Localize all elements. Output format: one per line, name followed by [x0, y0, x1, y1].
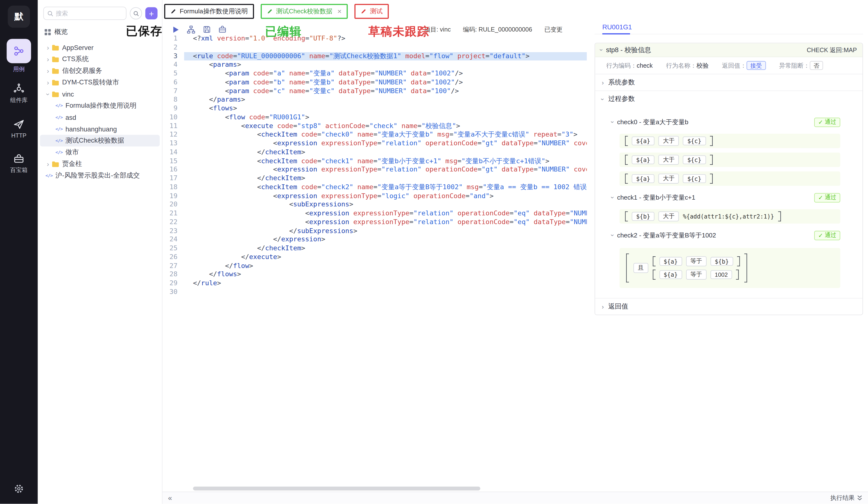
tree-file-asd[interactable]: </>asd: [40, 112, 160, 123]
code-line: <flow code="RU001G1">: [193, 113, 587, 122]
tree-folder-DYM-CTS股转做市[interactable]: ›DYM-CTS股转做市: [40, 76, 160, 88]
tree-folder-AppServer[interactable]: ›AppServer: [40, 42, 160, 53]
app-logo: 默: [8, 6, 30, 28]
code-line: <execute code="stp8" actionCode="check" …: [193, 122, 587, 131]
folder-icon: [52, 91, 61, 97]
expr-chip: 且: [633, 263, 648, 273]
tab-label: Formula操作数使用说明: [180, 7, 248, 16]
code-line: <subExpressions>: [193, 200, 587, 209]
tree-folder-信创交易服务[interactable]: ›信创交易服务: [40, 65, 160, 76]
check-header-check2[interactable]: ›check2 - 变量a等于变量B等于1002✓通过: [612, 228, 840, 242]
field-value: check: [637, 62, 653, 69]
tree-file-沪-风险警示股卖出-全部成交[interactable]: </>沪-风险警示股卖出-全部成交: [40, 170, 160, 182]
field-label: 行为名称：: [666, 62, 696, 69]
rail-item-components[interactable]: 组件库: [10, 83, 28, 104]
collapse-panel-button[interactable]: «: [168, 494, 172, 502]
tab-flow-result[interactable]: RU001G1: [595, 20, 863, 34]
line-number: 11: [163, 122, 180, 131]
rail-item-http[interactable]: HTTP: [11, 119, 27, 139]
bracket-left: [625, 212, 628, 222]
line-number: 19: [163, 192, 180, 200]
chevron-down-icon: ›: [610, 196, 616, 198]
line-number: 26: [163, 253, 180, 262]
check-icon: ✓: [818, 232, 823, 238]
step-header[interactable]: › stp8 - 校验信息 CHECK 返回:MAP: [595, 43, 862, 57]
section-过程参数[interactable]: ›过程参数: [595, 91, 862, 107]
line-number: 7: [163, 87, 180, 95]
tree-item-label: DYM-CTS股转做市: [62, 78, 119, 87]
expr-chip: ${a}: [659, 270, 682, 279]
http-icon: [13, 119, 24, 130]
section-返回值[interactable]: ›返回值: [595, 298, 862, 315]
tree-folder-CTS系统[interactable]: ›CTS系统: [40, 53, 160, 65]
deploy-button[interactable]: [218, 25, 226, 33]
code-file-icon: </>: [54, 115, 64, 120]
inspector-sections: ›系统参数›过程参数›check0 - 变量a大于变量b✓通过${a}大于${c…: [595, 74, 862, 315]
tree-item-label: 贾金柱: [62, 160, 82, 169]
folder-icon: [52, 56, 61, 62]
execution-result-toggle[interactable]: 执行结果: [830, 494, 862, 502]
search-input[interactable]: [56, 10, 123, 17]
run-button[interactable]: [172, 26, 179, 33]
step-card: › stp8 - 校验信息 CHECK 返回:MAP 行为编码：check行为名…: [595, 43, 863, 315]
line-number: 5: [163, 69, 180, 78]
tree-file-做市[interactable]: </>做市: [40, 146, 160, 158]
logic-rows: ${a}等于${b}${a}等于1002: [652, 256, 740, 280]
usecase-icon: [7, 39, 31, 63]
tab-Formula操作数使用说明[interactable]: Formula操作数使用说明: [164, 4, 254, 19]
file-explorer: + 概览 ›AppServer›CTS系统›信创交易服务›DYM-CTS股转做市…: [38, 0, 163, 504]
meta-item: 已变更: [544, 25, 562, 33]
line-number: 25: [163, 244, 180, 253]
search-toggle-button[interactable]: [130, 7, 142, 19]
code-file-icon: </>: [54, 150, 64, 155]
step-field: 行为名称：校验: [666, 61, 709, 70]
line-number: 20: [163, 200, 180, 209]
step-info-row: 行为编码：check行为名称：校验返回值：接受异常阻断：否: [595, 57, 862, 74]
expr-chip: ${a}: [632, 136, 654, 145]
tree-folder-贾金柱[interactable]: ›贾金柱: [40, 158, 160, 170]
bottom-statusbar: « 执行结果: [163, 492, 868, 504]
chevron-icon: ›: [599, 98, 606, 100]
edit-pen-icon: [267, 8, 273, 14]
check-title: check2 - 变量a等于变量B等于1002: [617, 231, 716, 239]
line-number: 24: [163, 235, 180, 244]
section-系统参数[interactable]: ›系统参数: [595, 74, 862, 91]
folder-icon: [52, 161, 61, 167]
tree-folder-vinc[interactable]: ›vinc: [40, 88, 160, 100]
bracket-left: [652, 270, 655, 280]
overview-label: 概览: [54, 27, 68, 37]
bracket-right: [737, 256, 740, 266]
inspector-panel: RU001G1 › stp8 - 校验信息 CHECK 返回:MAP 行为编码：…: [595, 20, 863, 315]
tree-file-测试Check校验数据[interactable]: </>测试Check校验数据: [40, 135, 160, 146]
step-title: stp8 - 校验信息: [606, 45, 651, 54]
section-label: 系统参数: [608, 78, 635, 87]
checks-list: ›check0 - 变量a大于变量b✓通过${a}大于${c}${a}大于${c…: [595, 107, 862, 298]
expr-chip: ${c}: [683, 174, 706, 183]
check-icon: ✓: [818, 119, 823, 125]
tab-测试[interactable]: 测试: [354, 4, 389, 19]
add-button[interactable]: +: [145, 7, 157, 19]
rail-item-toolbox[interactable]: 百宝箱: [10, 153, 28, 174]
step-field: 行为编码：check: [606, 61, 653, 70]
code-line: </checkItem>: [193, 244, 587, 253]
editor-tabs: Formula操作数使用说明测试Check校验数据×测试: [163, 0, 868, 19]
line-number: 22: [163, 218, 180, 227]
code-line: <params>: [193, 61, 587, 69]
rail-item-usecase[interactable]: 用例: [7, 39, 31, 73]
chevron-down-icon: ›: [610, 234, 616, 236]
tree-file-Formula操作数使用说明[interactable]: </>Formula操作数使用说明: [40, 100, 160, 112]
settings-gear-icon[interactable]: [14, 484, 24, 496]
check-header-check1[interactable]: ›check1 - 变量b小于变量c+1✓通过: [612, 191, 840, 205]
save-button[interactable]: [203, 25, 211, 33]
close-icon[interactable]: ×: [337, 7, 341, 16]
check-header-check0[interactable]: ›check0 - 变量a大于变量b✓通过: [612, 115, 840, 129]
horizontal-scrollbar[interactable]: [193, 486, 480, 491]
tab-测试Check校验数据[interactable]: 测试Check校验数据×: [260, 4, 348, 19]
flow-view-button[interactable]: [187, 25, 195, 33]
line-number: 27: [163, 262, 180, 270]
code-line: </flows>: [193, 270, 587, 279]
tree-file-hanshuanghuang[interactable]: </>hanshuanghuang: [40, 123, 160, 135]
code-line: <rule code="RULE_0000000006" name="测试Che…: [193, 52, 587, 61]
edit-pen-icon: [170, 8, 176, 14]
code-line: </subExpressions>: [193, 227, 587, 235]
